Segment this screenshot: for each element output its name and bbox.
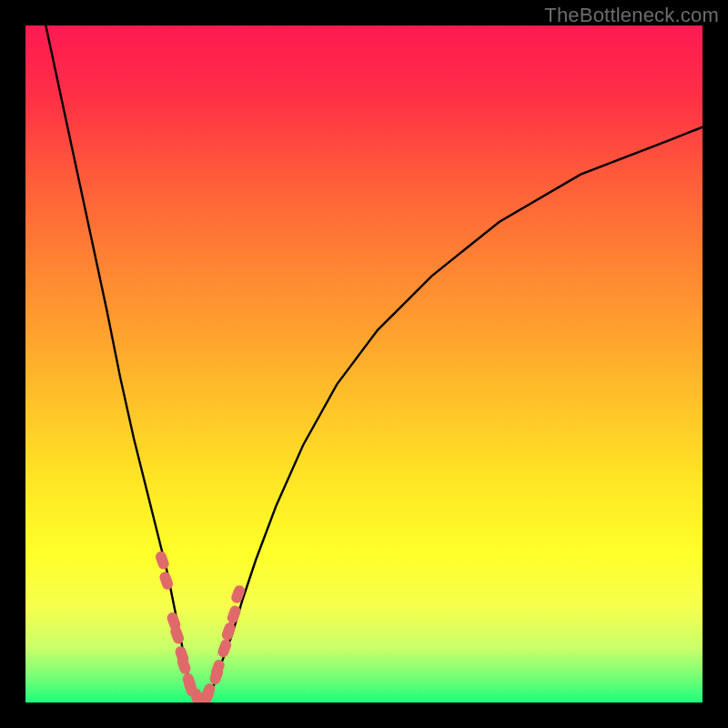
curve-left-branch: [46, 25, 201, 703]
markers-right: [198, 584, 246, 703]
chart-svg: [25, 25, 703, 703]
markers-left: [154, 550, 205, 703]
data-marker: [158, 571, 175, 592]
plot-area: [25, 25, 703, 703]
curve-right-branch: [201, 127, 703, 703]
watermark-text: TheBottleneck.com: [544, 4, 719, 27]
data-marker: [199, 692, 210, 703]
markers-bottom: [193, 692, 210, 703]
chart-frame: TheBottleneck.com: [0, 0, 728, 728]
data-marker: [230, 584, 247, 605]
data-marker: [154, 550, 170, 571]
